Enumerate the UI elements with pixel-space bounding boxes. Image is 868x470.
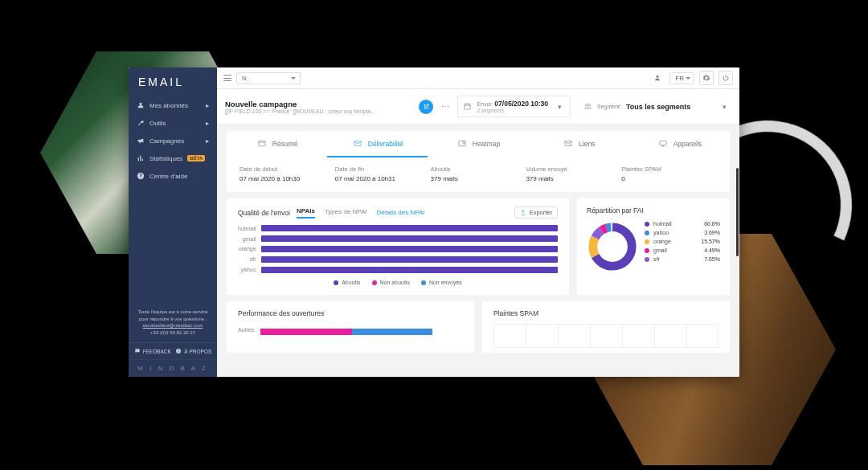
legend-dot (645, 239, 649, 244)
content-area: Résumé Délivrabilité Heatmap Liens Appar… (217, 125, 739, 377)
bar-label: orange (238, 246, 256, 251)
section-title: Répartition par FAI (587, 206, 644, 215)
svg-rect-11 (660, 141, 666, 145)
quality-bar-chart: hotmail gmail orange sfr yahoo (238, 225, 558, 273)
info-icon (175, 348, 182, 354)
about-link[interactable]: À PROPOS (175, 348, 211, 354)
sidebar-item-tools[interactable]: Outils ▸ (129, 114, 217, 132)
stat-value: 07 mai 2020 à 10h31 (335, 175, 431, 182)
support-email-link[interactable]: serviceclient@mindbaz.com (143, 323, 203, 328)
tab-devices[interactable]: Appareils (629, 131, 730, 157)
scrollbar-thumb[interactable] (736, 168, 739, 256)
svg-rect-2 (178, 349, 179, 350)
stats-row: Date de début07 mai 2020 à 10h30 Date de… (227, 157, 730, 192)
tab-label: Délivrabilité (368, 140, 403, 148)
device-icon (657, 139, 669, 148)
performance-bar (260, 329, 463, 335)
legend-dot (645, 222, 649, 227)
svg-rect-1 (178, 350, 179, 352)
svg-point-9 (462, 141, 465, 144)
segment-selector[interactable]: Segment: Tous les segments ▾ (579, 99, 731, 114)
legend-label: orange (653, 239, 671, 244)
section-title: Qualité de l'envoi (238, 209, 290, 217)
wrench-icon (137, 119, 145, 127)
tab-links[interactable]: Liens (529, 131, 629, 157)
performance-card: Performance des ouvertures Autres (227, 301, 474, 353)
hamburger-icon[interactable] (223, 75, 231, 81)
stat-label: Aboutis (431, 166, 526, 173)
chart-icon (137, 154, 145, 162)
legend-label: yahoo (653, 230, 669, 235)
campaign-more-button[interactable]: ⋯ (441, 102, 449, 111)
edit-campaign-button[interactable] (419, 100, 433, 114)
svg-point-5 (588, 104, 591, 106)
feedback-link[interactable]: FEEDBACK (134, 348, 171, 354)
context-selector[interactable]: N (236, 72, 301, 84)
sidebar-item-label: Mes abonnés (149, 102, 188, 109)
envelope-icon (352, 139, 363, 148)
legend-dot (334, 280, 338, 285)
app-window: EMAIL Mes abonnés ▸ Outils ▸ Campagnes ▸… (129, 67, 739, 377)
envoi-selector[interactable]: Envoi: 07/05/2020 10:30 2 segments ▾ (457, 96, 571, 117)
legend-pct: 66.6% (704, 221, 720, 227)
legend-pct: 15.57% (701, 239, 720, 244)
campaign-title: Nouvelle campagne (225, 100, 411, 108)
legend-label: Aboutis (342, 280, 360, 285)
campaign-subtitle: [[IF FIELD.103 == 'France' ]]NOUVEAU : c… (225, 108, 411, 114)
export-button[interactable]: Exporter (514, 206, 558, 219)
user-icon[interactable] (650, 71, 665, 85)
gear-icon (702, 74, 710, 82)
tab-deliverability[interactable]: Délivrabilité (327, 131, 428, 157)
tab-label: Liens (579, 140, 595, 148)
chevron-right-icon: ▸ (206, 137, 209, 145)
tab-resume[interactable]: Résumé (227, 131, 327, 157)
npai-detail-link[interactable]: Détails des NPAI (377, 209, 425, 216)
sidebar-item-label: Centre d'aide (149, 173, 187, 180)
sidebar-item-campaigns[interactable]: Campagnes ▸ (129, 132, 217, 149)
chevron-right-icon: ▸ (206, 102, 209, 109)
tab-label: Appareils (674, 140, 702, 148)
tab-label: Heatmap (473, 140, 501, 148)
users-icon (137, 101, 145, 109)
subtab-npais[interactable]: NPAIs (297, 207, 315, 219)
settings-button[interactable] (699, 71, 714, 85)
spam-card: Plaintes SPAM (482, 301, 730, 353)
heatmap-icon (457, 139, 468, 148)
language-selector[interactable]: FR (669, 72, 694, 84)
sidebar-item-help[interactable]: Centre d'aide (129, 167, 217, 185)
legend-label: hotmail (653, 221, 672, 227)
bar-row (261, 267, 558, 273)
stat-label: Volume envoyé (526, 166, 621, 173)
sidebar-item-label: Statistiques (149, 155, 182, 162)
bar-row (261, 235, 558, 242)
subtab-npai-types[interactable]: Types de NPAI (325, 208, 367, 218)
sidebar-item-label: Campagnes (149, 137, 184, 145)
stat-value: 379 mails (526, 175, 621, 182)
legend-dot (645, 248, 649, 253)
brand-logo: EMAIL (129, 67, 217, 96)
campaign-header: Nouvelle campagne [[IF FIELD.103 == 'Fra… (217, 89, 739, 125)
legend-pct: 7.65% (704, 256, 720, 262)
repartition-card: Répartition par FAI (577, 198, 730, 295)
power-button[interactable] (719, 71, 733, 85)
envoi-label: Envoi: (477, 101, 492, 107)
chevron-down-icon: ▾ (558, 103, 562, 111)
bar-label: hotmail (238, 226, 256, 231)
tabs-card: Résumé Délivrabilité Heatmap Liens Appar… (227, 131, 730, 192)
chevron-right-icon: ▸ (206, 120, 209, 127)
spam-chart-empty (493, 324, 719, 348)
help-icon (137, 172, 145, 180)
envoi-value: 07/05/2020 10:30 (494, 100, 548, 108)
chevron-down-icon: ▾ (723, 103, 727, 111)
sidebar-footer-links: FEEDBACK À PROPOS (129, 342, 217, 359)
repartition-donut-chart (587, 221, 638, 272)
stat-label: Date de début (240, 166, 335, 173)
segment-label: Segment: (597, 104, 621, 109)
support-phone: +33 (0)3 59 82 20 17 (135, 329, 211, 336)
tab-heatmap[interactable]: Heatmap (428, 131, 528, 157)
segment-value: Tous les segments (626, 103, 690, 111)
sidebar-item-subscribers[interactable]: Mes abonnés ▸ (129, 96, 217, 114)
sidebar-item-stats[interactable]: Statistiques BÊTA (129, 149, 217, 167)
stat-value: 07 mai 2020 à 10h30 (240, 175, 335, 182)
perf-row-label: Autres (238, 327, 254, 333)
